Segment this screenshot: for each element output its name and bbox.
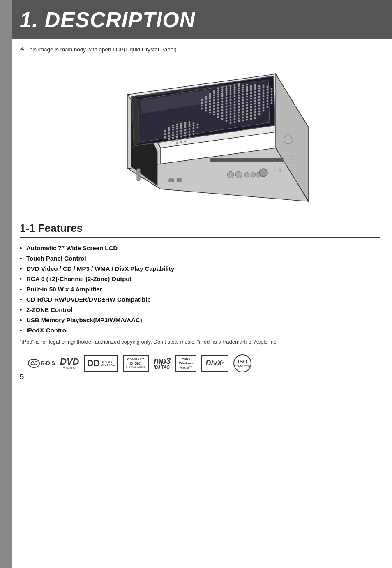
svg-point-228 (172, 129, 174, 131)
svg-point-13 (221, 87, 224, 89)
svg-point-36 (246, 86, 248, 88)
page-title: 1. DESCRIPTION (20, 7, 380, 32)
svg-point-34 (238, 88, 240, 90)
svg-point-212 (250, 118, 252, 120)
svg-point-108 (201, 108, 203, 110)
svg-point-199 (230, 119, 232, 121)
svg-point-180 (242, 111, 244, 113)
svg-point-239 (180, 130, 182, 132)
svg-point-247 (176, 134, 178, 136)
svg-point-265 (180, 141, 182, 143)
list-item: 2-ZONE Control (20, 306, 380, 313)
page-title-section: 1. DESCRIPTION (12, 0, 392, 39)
svg-point-153 (250, 104, 252, 106)
svg-point-12 (217, 88, 219, 90)
svg-point-124 (267, 95, 269, 97)
svg-point-213 (254, 117, 256, 119)
svg-point-140 (263, 98, 265, 100)
svg-point-61 (230, 93, 232, 95)
device-illustration (87, 62, 317, 210)
svg-point-55 (205, 98, 207, 100)
svg-point-35 (242, 87, 244, 89)
svg-point-68 (258, 88, 261, 90)
svg-point-196 (258, 111, 261, 113)
svg-point-214 (172, 125, 174, 127)
svg-point-40 (209, 95, 211, 97)
svg-point-158 (271, 99, 273, 102)
svg-point-95 (226, 100, 228, 102)
svg-point-198 (226, 120, 228, 122)
svg-point-117 (238, 100, 240, 102)
svg-point-166 (242, 108, 244, 110)
svg-point-87 (267, 89, 269, 91)
svg-point-238 (176, 131, 178, 133)
svg-point-154 (254, 103, 256, 105)
svg-point-45 (230, 91, 232, 93)
svg-point-261 (180, 139, 182, 141)
note-text: This image is main body with open LCP(Li… (12, 39, 392, 58)
svg-point-18 (213, 90, 215, 92)
svg-point-203 (246, 116, 248, 118)
svg-point-146 (221, 109, 224, 111)
svg-point-94 (221, 101, 224, 103)
svg-point-206 (258, 113, 261, 115)
svg-point-236 (168, 132, 170, 134)
svg-point-73 (209, 100, 211, 102)
svg-point-27 (209, 93, 211, 95)
svg-point-268 (227, 171, 234, 178)
svg-point-263 (189, 137, 191, 139)
list-item: RCA 6 (+2)-Channel (2-Zone) Output (20, 275, 380, 282)
svg-point-275 (283, 155, 285, 157)
svg-point-111 (213, 105, 215, 107)
svg-point-149 (234, 107, 236, 109)
logo-rds: CD R·D·S (28, 355, 55, 372)
svg-point-157 (267, 100, 269, 102)
svg-point-141 (267, 97, 269, 99)
svg-point-109 (205, 107, 207, 109)
svg-point-194 (250, 112, 252, 114)
svg-point-207 (230, 122, 232, 124)
svg-point-104 (263, 92, 265, 95)
svg-point-278 (283, 159, 285, 160)
svg-point-255 (180, 136, 182, 138)
svg-point-49 (246, 88, 248, 90)
svg-point-156 (263, 101, 265, 103)
svg-point-21 (226, 88, 228, 90)
svg-point-19 (217, 90, 219, 92)
svg-point-264 (176, 142, 178, 144)
svg-point-222 (180, 125, 182, 127)
svg-point-130 (221, 106, 224, 109)
svg-point-234 (197, 124, 199, 126)
logo-iso-connector: ISO CONNECTOR (233, 354, 251, 372)
svg-point-237 (172, 132, 174, 134)
svg-point-277 (291, 155, 293, 157)
list-item: DVD Video / CD / MP3 / WMA / DivX Play C… (20, 265, 380, 272)
svg-point-123 (263, 95, 265, 97)
svg-point-127 (209, 109, 211, 111)
page-number: 5 (20, 373, 24, 381)
svg-point-246 (172, 134, 174, 136)
svg-point-197 (263, 110, 265, 112)
svg-point-98 (238, 97, 240, 99)
svg-point-185 (263, 107, 265, 109)
svg-point-118 (242, 99, 244, 102)
svg-point-287 (279, 169, 281, 172)
svg-point-51 (254, 86, 256, 88)
svg-point-20 (221, 89, 224, 91)
svg-point-179 (238, 112, 240, 114)
logo-mp3-id3: mp3 ID3 TAG (154, 355, 171, 372)
svg-point-178 (234, 113, 236, 115)
list-item: Built-in 50 W x 4 Amplifier (20, 286, 380, 293)
svg-point-251 (193, 130, 195, 132)
svg-point-279 (287, 159, 289, 160)
svg-point-105 (267, 92, 269, 94)
svg-point-106 (271, 91, 273, 93)
svg-point-177 (230, 113, 232, 115)
svg-point-282 (287, 162, 289, 164)
svg-point-210 (242, 120, 244, 122)
svg-point-28 (213, 92, 215, 95)
svg-point-173 (271, 102, 273, 104)
svg-point-151 (242, 105, 244, 107)
svg-point-184 (258, 108, 261, 110)
svg-point-273 (259, 169, 267, 177)
